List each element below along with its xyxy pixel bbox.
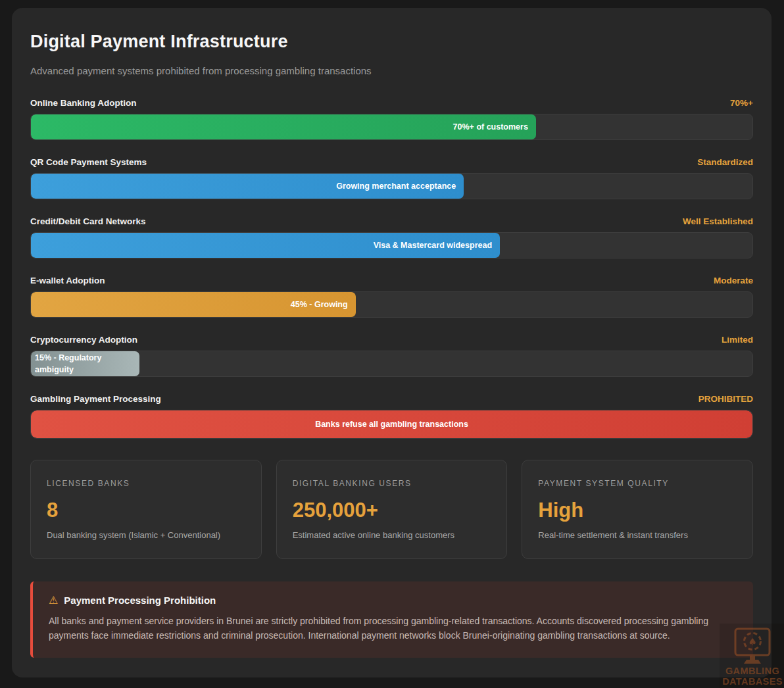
stat-description: Estimated active online banking customer…: [293, 530, 491, 540]
page-title: Digital Payment Infrastructure: [30, 32, 753, 52]
meter-head: QR Code Payment Systems Standardized: [30, 157, 753, 167]
progress-fill: Visa & Mastercard widespread: [31, 233, 500, 258]
stat-label: DIGITAL BANKING USERS: [293, 479, 491, 488]
warning-title-row: ⚠ Payment Processing Prohibition: [49, 595, 737, 606]
meter-label: Cryptocurrency Adoption: [30, 335, 137, 345]
progress-track: 45% - Growing: [30, 291, 753, 318]
progress-track: 70%+ of customers: [30, 114, 753, 140]
meter-label: E-wallet Adoption: [30, 276, 105, 285]
stat-card-payment-system-quality: PAYMENT SYSTEM QUALITY High Real-time se…: [522, 460, 753, 559]
stat-value: High: [538, 499, 737, 522]
payment-infrastructure-panel: Digital Payment Infrastructure Advanced …: [12, 8, 772, 677]
meter-status: Well Established: [683, 216, 753, 226]
stat-description: Real-time settlement & instant transfers: [538, 530, 737, 540]
meter-gambling-payment-processing: Gambling Payment Processing PROHIBITED B…: [30, 394, 753, 439]
stat-description: Dual banking system (Islamic + Conventio…: [47, 530, 245, 540]
progress-track: Banks refuse all gambling transactions: [30, 410, 753, 439]
progress-fill: 70%+ of customers: [31, 114, 536, 139]
warning-title: Payment Processing Prohibition: [64, 595, 216, 606]
meter-label: Credit/Debit Card Networks: [30, 216, 146, 226]
stat-card-digital-banking-users: DIGITAL BANKING USERS 250,000+ Estimated…: [276, 460, 508, 559]
warning-panel: ⚠ Payment Processing Prohibition All ban…: [30, 581, 753, 658]
meter-qr-code-payment-systems: QR Code Payment Systems Standardized Gro…: [30, 157, 753, 199]
progress-track: Visa & Mastercard widespread: [30, 232, 753, 258]
meter-head: Online Banking Adoption 70%+: [30, 98, 753, 108]
meter-status: 70%+: [730, 98, 753, 108]
progress-fill-label: Growing merchant acceptance: [336, 182, 456, 191]
meter-label: Online Banking Adoption: [30, 98, 137, 108]
progress-fill: Growing merchant acceptance: [31, 174, 464, 199]
meter-status: Moderate: [714, 276, 753, 285]
progress-fill-label: 45% - Growing: [291, 300, 348, 309]
progress-fill: Banks refuse all gambling transactions: [31, 410, 752, 438]
meter-status: PROHIBITED: [698, 394, 753, 404]
warning-body: All banks and payment service providers …: [49, 614, 720, 643]
progress-fill: 45% - Growing: [31, 292, 356, 317]
meter-credit-debit-card-networks: Credit/Debit Card Networks Well Establis…: [30, 216, 753, 258]
meter-cryptocurrency-adoption: Cryptocurrency Adoption Limited 15% - Re…: [30, 335, 753, 377]
progress-track: Growing merchant acceptance: [30, 173, 753, 199]
stat-label: PAYMENT SYSTEM QUALITY: [538, 479, 737, 488]
page-subtitle: Advanced payment systems prohibited from…: [30, 65, 753, 76]
progress-fill-label: Visa & Mastercard widespread: [374, 241, 492, 250]
gambling-databases-watermark: ♠ GAMBLING DATABASES: [720, 624, 784, 688]
meter-status: Standardized: [697, 157, 753, 167]
progress-fill-label: Banks refuse all gambling transactions: [315, 420, 468, 429]
progress-track: 15% - Regulatory ambiguity: [30, 351, 753, 377]
svg-text:♠: ♠: [748, 636, 756, 648]
progress-fill-label: 70%+ of customers: [453, 122, 528, 132]
monitor-casino-chip-icon: ♠: [732, 627, 773, 666]
stats-row: LICENSED BANKS 8 Dual banking system (Is…: [30, 460, 753, 559]
meter-status: Limited: [722, 335, 753, 345]
progress-fill: 15% - Regulatory ambiguity: [31, 351, 139, 376]
meter-head: Cryptocurrency Adoption Limited: [30, 335, 753, 345]
meter-head: Gambling Payment Processing PROHIBITED: [30, 394, 753, 404]
stat-label: LICENSED BANKS: [47, 479, 245, 488]
stat-value: 8: [47, 499, 245, 522]
progress-fill-label: 15% - Regulatory ambiguity: [35, 352, 135, 376]
meter-label: QR Code Payment Systems: [30, 157, 147, 167]
meter-head: Credit/Debit Card Networks Well Establis…: [30, 216, 753, 226]
meter-head: E-wallet Adoption Moderate: [30, 276, 753, 285]
stat-card-licensed-banks: LICENSED BANKS 8 Dual banking system (Is…: [30, 460, 262, 559]
watermark-line2: DATABASES: [722, 676, 783, 687]
meter-ewallet-adoption: E-wallet Adoption Moderate 45% - Growing: [30, 276, 753, 318]
meter-online-banking-adoption: Online Banking Adoption 70%+ 70%+ of cus…: [30, 98, 753, 140]
watermark-line1: GAMBLING: [725, 666, 779, 676]
meter-label: Gambling Payment Processing: [30, 394, 161, 404]
stat-value: 250,000+: [293, 499, 491, 522]
warning-triangle-icon: ⚠: [49, 595, 58, 606]
